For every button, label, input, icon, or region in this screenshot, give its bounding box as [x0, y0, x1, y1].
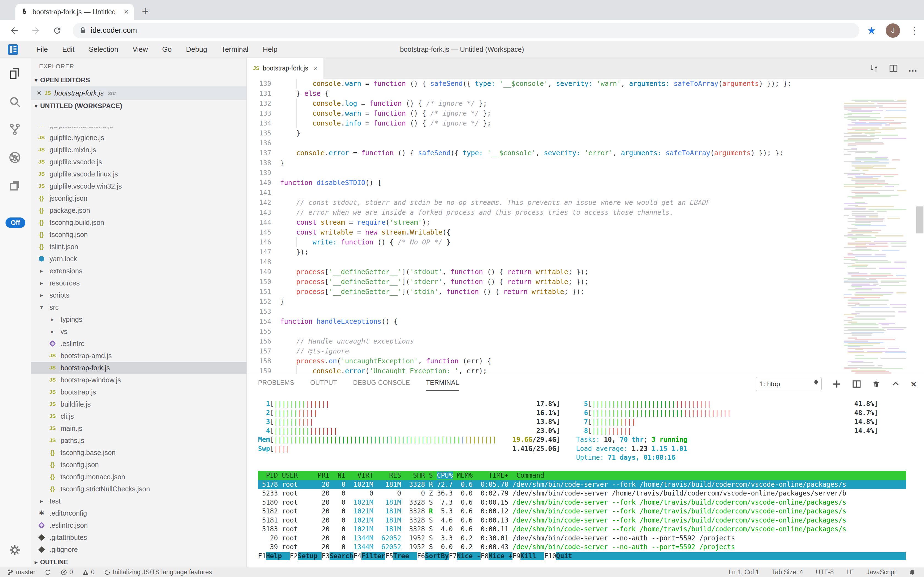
- reload-icon[interactable]: [50, 23, 64, 38]
- close-panel-icon[interactable]: ×: [911, 379, 916, 390]
- new-tab-button[interactable]: +: [142, 5, 148, 16]
- code-line-158[interactable]: 158 process.on('uncaughtException', func…: [247, 356, 924, 366]
- code-line-139[interactable]: 139: [247, 168, 924, 178]
- tree-item-test[interactable]: ▸test: [31, 495, 247, 507]
- tree-item-bootstrap.js[interactable]: JSbootstrap.js: [31, 386, 247, 398]
- split-editor-icon[interactable]: [889, 64, 898, 73]
- code-line-150[interactable]: 150 process['__defineGetter__']('stderr'…: [247, 277, 924, 287]
- code-line-146[interactable]: 146 write: function () { /* No OP */ }: [247, 237, 924, 247]
- search-icon[interactable]: [7, 94, 22, 110]
- tree-item-vs[interactable]: ▸vs: [31, 326, 247, 337]
- htop-process-row[interactable]: 5178 root 20 0 1021M 181M 3328 R 72.7 0.…: [258, 480, 906, 489]
- bell-icon[interactable]: [909, 569, 916, 576]
- browser-tab[interactable]: bootstrap-fork.js — Untitled (W ×: [15, 4, 134, 20]
- open-changes-icon[interactable]: [869, 63, 879, 73]
- maximize-panel-icon[interactable]: [891, 379, 900, 389]
- tree-item-.eslintrc[interactable]: .eslintrc: [31, 337, 247, 350]
- tree-item-paths.js[interactable]: JSpaths.js: [31, 434, 247, 446]
- code-line-147[interactable]: 147 });: [247, 247, 924, 257]
- status-lf[interactable]: LF: [847, 569, 854, 576]
- tree-item-package.json[interactable]: {}package.json: [31, 204, 247, 216]
- avatar[interactable]: J: [886, 23, 900, 38]
- tree-item-jsconfig.json[interactable]: {}jsconfig.json: [31, 192, 247, 204]
- htop-process-row[interactable]: 5181 root 20 0 1021M 181M 3328 S 4.6 0.6…: [258, 516, 906, 525]
- code-line-153[interactable]: 153: [247, 307, 924, 317]
- menu-terminal[interactable]: Terminal: [214, 45, 256, 54]
- tree-item-src[interactable]: ▾src: [31, 301, 247, 313]
- code-line-130[interactable]: 130 console.warn = function () { safeSen…: [247, 79, 924, 89]
- tree-item-cli.js[interactable]: JScli.js: [31, 410, 247, 422]
- minimap[interactable]: [844, 100, 906, 374]
- tree-item-resources[interactable]: ▸resources: [31, 277, 247, 289]
- htop-process-row[interactable]: 5233 root 20 0 0 0 0 Z 36.3 0.0 0:02.79 …: [258, 489, 906, 498]
- app-logo-icon[interactable]: [8, 44, 18, 55]
- menu-view[interactable]: View: [125, 45, 155, 54]
- split-terminal-icon[interactable]: [852, 379, 861, 389]
- open-editor-item[interactable]: × JS bootstrap-fork.js src: [31, 87, 246, 100]
- tree-item-bootstrap-amd.js[interactable]: JSbootstrap-amd.js: [31, 350, 247, 362]
- back-icon[interactable]: [7, 23, 21, 38]
- bookmark-star-icon[interactable]: ★: [867, 25, 876, 36]
- tree-item-extensions[interactable]: ▸extensions: [31, 265, 247, 277]
- tree-item-gulpfile.extensions.js[interactable]: JSgulpfile.extensions.js: [31, 127, 247, 132]
- error-count[interactable]: 0: [61, 569, 73, 576]
- code-line-149[interactable]: 149 process['__defineGetter__']('stdout'…: [247, 267, 924, 277]
- sync-icon[interactable]: [45, 569, 51, 575]
- code-line-132[interactable]: 132 console.log = function () { /* ignor…: [247, 98, 924, 108]
- code-line-156[interactable]: 156 // Handle uncaught exceptions: [247, 337, 924, 346]
- debug-icon[interactable]: [7, 150, 22, 165]
- close-icon[interactable]: ×: [37, 89, 41, 97]
- code-line-140[interactable]: 140function disableSTDIO() {: [247, 178, 924, 188]
- editor-tab[interactable]: JS bootstrap-fork.js ×: [247, 58, 324, 79]
- tree-item-gulpfile.vscode.win32.js[interactable]: JSgulpfile.vscode.win32.js: [31, 180, 247, 192]
- language-status-message[interactable]: Initializing JS/TS language features: [104, 569, 212, 576]
- status-ln-1-col-1[interactable]: Ln 1, Col 1: [729, 569, 759, 576]
- tree-item-gulpfile.vscode.js[interactable]: JSgulpfile.vscode.js: [31, 156, 247, 168]
- menu-selection[interactable]: Selection: [82, 45, 125, 54]
- panel-tab-terminal[interactable]: TERMINAL: [426, 379, 459, 391]
- forward-icon[interactable]: [29, 23, 43, 38]
- tree-item-gulpfile.mixin.js[interactable]: JSgulpfile.mixin.js: [31, 144, 247, 156]
- code-line-145[interactable]: 145 const writable = new stream.Writable…: [247, 227, 924, 237]
- tree-item-bootstrap-window.js[interactable]: JSbootstrap-window.js: [31, 374, 247, 386]
- code-line-155[interactable]: 155: [247, 327, 924, 337]
- htop-process-row[interactable]: 20 root 20 0 1344M 62052 1952 S 3.3 0.2 …: [258, 534, 906, 543]
- tree-item-tslint.json[interactable]: {}tslint.json: [31, 240, 247, 253]
- code-line-134[interactable]: 134 console.info = function () { /* igno…: [247, 118, 924, 128]
- menu-help[interactable]: Help: [256, 45, 284, 54]
- code-line-152[interactable]: 152}: [247, 297, 924, 307]
- code-line-143[interactable]: 143 // error when we are inside a forked…: [247, 208, 924, 218]
- code-line-137[interactable]: 137 console.error = function () { safeSe…: [247, 148, 924, 158]
- tree-item-main.js[interactable]: JSmain.js: [31, 422, 247, 434]
- code-line-144[interactable]: 144 const stream = require('stream');: [247, 218, 924, 227]
- htop-process-row[interactable]: 39 root 20 0 1344M 62052 1952 S 0.0 0.2 …: [258, 543, 906, 552]
- code-line-136[interactable]: 136: [247, 138, 924, 148]
- menu-edit[interactable]: Edit: [55, 45, 82, 54]
- tree-item-buildfile.js[interactable]: JSbuildfile.js: [31, 398, 247, 410]
- terminal-select[interactable]: 1: htop: [756, 377, 822, 391]
- menu-go[interactable]: Go: [155, 45, 179, 54]
- htop-process-row[interactable]: 5180 root 20 0 1021M 181M 3328 S 7.3 0.6…: [258, 498, 906, 507]
- extensions-icon[interactable]: [7, 178, 22, 193]
- code-line-141[interactable]: 141: [247, 188, 924, 198]
- tree-item-tsconfig.json[interactable]: {}tsconfig.json: [31, 459, 247, 471]
- tab-close-icon[interactable]: ×: [124, 7, 129, 16]
- htop-function-key-bar[interactable]: F1Help F2Setup F3SearchF4FilterF5Tree F6…: [258, 552, 906, 561]
- code-line-159[interactable]: 159 console.error('Uncaught Exception: '…: [247, 366, 924, 374]
- off-toggle-badge[interactable]: Off: [5, 218, 25, 228]
- panel-tab-output[interactable]: OUTPUT: [310, 379, 337, 391]
- code-line-133[interactable]: 133 console.warn = function () { /* igno…: [247, 108, 924, 118]
- tree-item-gulpfile.vscode.linux.js[interactable]: JSgulpfile.vscode.linux.js: [31, 168, 247, 180]
- close-icon[interactable]: ×: [313, 64, 317, 72]
- warning-count[interactable]: 0: [82, 569, 95, 576]
- tree-item-tsconfig.strictNullChecks.json[interactable]: {}tsconfig.strictNullChecks.json: [31, 483, 247, 495]
- panel-tab-problems[interactable]: PROBLEMS: [258, 379, 294, 391]
- browser-menu-icon[interactable]: ⋮: [910, 25, 919, 36]
- code-line-151[interactable]: 151 process['__defineGetter__']('stdin',…: [247, 287, 924, 297]
- tree-item-.editorconfig[interactable]: ✱.editorconfig: [31, 507, 247, 519]
- menu-file[interactable]: File: [29, 45, 55, 54]
- status-utf-8[interactable]: UTF-8: [816, 569, 834, 576]
- code-line-157[interactable]: 157 // @ts-ignore: [247, 346, 924, 356]
- code-line-154[interactable]: 154function handleExceptions() {: [247, 317, 924, 327]
- tree-item-tsconfig.json[interactable]: {}tsconfig.json: [31, 229, 247, 240]
